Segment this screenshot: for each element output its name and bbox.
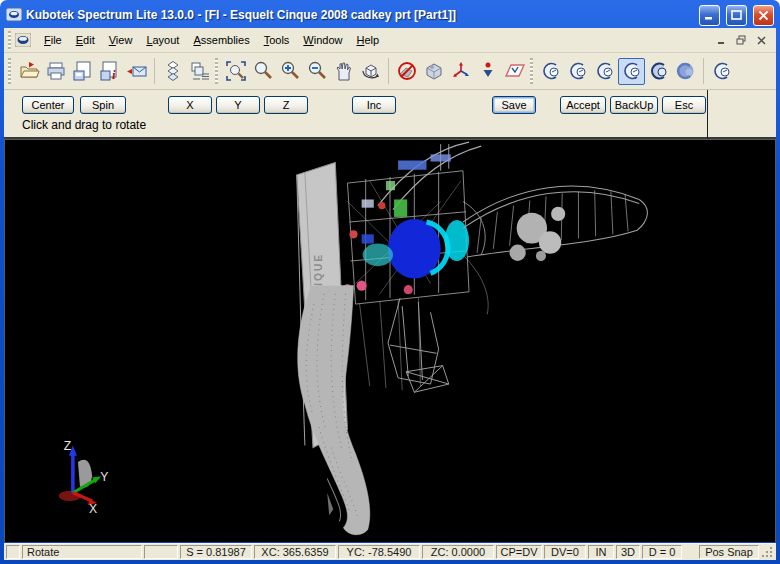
- y-axis-button[interactable]: Y: [216, 96, 260, 114]
- shaded-view-icon[interactable]: [420, 58, 447, 85]
- menubar: FileEditViewLayoutAssembliesToolsWindowH…: [4, 28, 776, 53]
- level-manager-icon[interactable]: [186, 58, 213, 85]
- mdi-minimize-icon: [717, 36, 726, 45]
- toolbar: [4, 53, 776, 90]
- dynaview-7-icon[interactable]: [708, 58, 735, 85]
- panel-divider: [707, 90, 708, 139]
- status-depth[interactable]: D = 0: [642, 545, 682, 559]
- menubar-grip[interactable]: [8, 31, 11, 50]
- dynaview-5-icon[interactable]: [645, 58, 672, 85]
- status-mode: Rotate: [22, 545, 142, 559]
- axis-z-label: Z: [64, 439, 72, 453]
- titlebar[interactable]: Kubotek Spectrum Lite 13.0.0 - [FI - Esq…: [4, 2, 776, 28]
- mdi-minimize-button[interactable]: [712, 33, 730, 48]
- resize-grip[interactable]: [761, 545, 774, 559]
- levels-icon[interactable]: [159, 58, 186, 85]
- prompt-text: Click and drag to rotate: [22, 118, 146, 132]
- zoom-in-icon[interactable]: [276, 58, 303, 85]
- menu-file[interactable]: File: [37, 31, 69, 49]
- rotate-view-icon[interactable]: [357, 58, 384, 85]
- status-dv[interactable]: DV=0: [544, 545, 586, 559]
- menu-items: FileEditViewLayoutAssembliesToolsWindowH…: [37, 31, 386, 49]
- app-window: Kubotek Spectrum Lite 13.0.0 - [FI - Esq…: [0, 0, 780, 564]
- status-empty: [144, 545, 178, 559]
- save-copy-icon[interactable]: [69, 58, 96, 85]
- axis-triad: Z Y X: [59, 439, 109, 517]
- dynaview-3-icon[interactable]: [591, 58, 618, 85]
- menu-tools[interactable]: Tools: [257, 31, 297, 49]
- model-top-arcs: [378, 142, 481, 210]
- status-spacer-cell: [6, 545, 20, 559]
- save-button[interactable]: Save: [492, 96, 536, 114]
- dynaview-6-icon[interactable]: [672, 58, 699, 85]
- dynaview-1-icon[interactable]: [537, 58, 564, 85]
- status-xc[interactable]: XC: 365.6359: [254, 545, 336, 559]
- zoom-out-icon[interactable]: [303, 58, 330, 85]
- toolbar-grip[interactable]: [8, 58, 11, 84]
- spin-button[interactable]: Spin: [80, 96, 126, 114]
- section-toggle-icon[interactable]: [393, 58, 420, 85]
- inc-button[interactable]: Inc: [352, 96, 396, 114]
- pan-icon[interactable]: [330, 58, 357, 85]
- accept-button[interactable]: Accept: [560, 96, 606, 114]
- z-axis-button[interactable]: Z: [264, 96, 308, 114]
- axes-triad-icon[interactable]: [447, 58, 474, 85]
- maximize-button[interactable]: [726, 5, 747, 26]
- document-icon[interactable]: [15, 32, 33, 48]
- esc-button[interactable]: Esc: [662, 96, 706, 114]
- menu-view[interactable]: View: [102, 31, 140, 49]
- menu-edit[interactable]: Edit: [69, 31, 102, 49]
- viewport[interactable]: ESQUELT CINQUE: [4, 139, 776, 542]
- toolbar-grip[interactable]: [530, 58, 533, 84]
- maximize-icon: [731, 10, 742, 21]
- status-3d[interactable]: 3D: [616, 545, 640, 559]
- minimize-icon: [704, 10, 715, 21]
- status-units[interactable]: IN: [588, 545, 614, 559]
- send-mail-icon[interactable]: [123, 58, 150, 85]
- toolbar-separator: [388, 58, 389, 84]
- axis-y-label: Y: [100, 470, 108, 484]
- status-cp[interactable]: CP=DV: [496, 545, 542, 559]
- mdi-buttons: [712, 33, 774, 48]
- toolbar-separator: [703, 58, 704, 84]
- option-panel: Center Spin X Y Z Inc Save Accept BackUp…: [4, 90, 776, 139]
- center-button[interactable]: Center: [22, 96, 74, 114]
- app-icon: [6, 7, 22, 23]
- file-properties-icon[interactable]: [96, 58, 123, 85]
- axis-x-label: X: [89, 502, 97, 516]
- toolbar-separator: [154, 58, 155, 84]
- dynaview-2-icon[interactable]: [564, 58, 591, 85]
- mdi-close-icon: [757, 36, 766, 45]
- axes-dropdown-icon[interactable]: [474, 58, 501, 85]
- status-pos-snap[interactable]: Pos Snap: [699, 545, 759, 559]
- open-file-icon[interactable]: [15, 58, 42, 85]
- menu-window[interactable]: Window: [296, 31, 349, 49]
- model-gray-blobs: [510, 207, 566, 261]
- zoom-window-icon[interactable]: [222, 58, 249, 85]
- menu-layout[interactable]: Layout: [139, 31, 186, 49]
- toolbar-grip[interactable]: [215, 58, 218, 84]
- print-icon[interactable]: [42, 58, 69, 85]
- statusbar: Rotate S = 0.81987 XC: 365.6359 YC: -78.…: [4, 543, 776, 560]
- minimize-button[interactable]: [699, 5, 720, 26]
- x-axis-button[interactable]: X: [168, 96, 212, 114]
- backup-button[interactable]: BackUp: [610, 96, 658, 114]
- mdi-close-button[interactable]: [752, 33, 770, 48]
- model-heel: [298, 286, 370, 535]
- menu-help[interactable]: Help: [350, 31, 387, 49]
- status-zc[interactable]: ZC: 0.0000: [422, 545, 494, 559]
- window-title: Kubotek Spectrum Lite 13.0.0 - [FI - Esq…: [26, 8, 693, 22]
- status-yc[interactable]: YC: -78.5490: [338, 545, 420, 559]
- close-button[interactable]: [753, 5, 774, 26]
- status-scale[interactable]: S = 0.81987: [180, 545, 252, 559]
- zoom-scale-icon[interactable]: [249, 58, 276, 85]
- dynaview-4-icon[interactable]: [618, 58, 645, 85]
- view-plane-icon[interactable]: [501, 58, 528, 85]
- close-icon: [758, 10, 769, 21]
- model-canvas[interactable]: ESQUELT CINQUE: [5, 140, 775, 542]
- mdi-restore-icon: [736, 35, 746, 45]
- mdi-restore-button[interactable]: [732, 33, 750, 48]
- menu-assemblies[interactable]: Assemblies: [186, 31, 256, 49]
